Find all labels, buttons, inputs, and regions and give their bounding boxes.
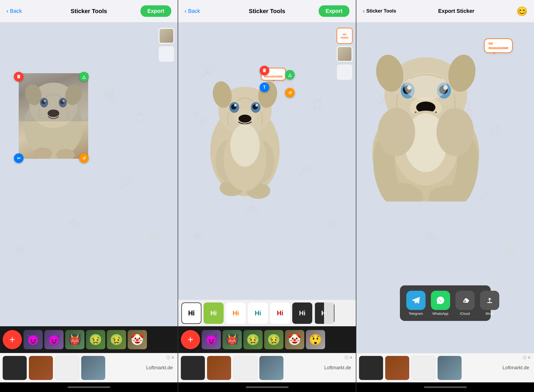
nav-right-3: 😊 bbox=[516, 6, 528, 17]
svg-point-45 bbox=[255, 104, 258, 107]
nav-bar-3: ‹ Sticker Tools Export Sticker 😊 bbox=[356, 0, 534, 22]
sticker-2-4[interactable]: 🤢 bbox=[264, 330, 283, 349]
home-bar-3 bbox=[424, 386, 467, 388]
svg-point-44 bbox=[234, 104, 237, 107]
back-label-3: Sticker Tools bbox=[366, 8, 396, 14]
thumb-dog-2[interactable] bbox=[337, 46, 353, 62]
thumb-empty-2[interactable] bbox=[337, 64, 353, 80]
share-telegram[interactable]: Telegram bbox=[406, 291, 426, 316]
svg-point-54 bbox=[230, 124, 260, 167]
whatsapp-icon bbox=[431, 291, 450, 310]
share-icloud[interactable]: iCloud bbox=[455, 291, 475, 316]
ad-thumb-2-1 bbox=[181, 356, 205, 380]
back-button-3[interactable]: ‹ Sticker Tools bbox=[363, 8, 396, 15]
thumb-empty-1[interactable] bbox=[158, 46, 174, 62]
back-label-1: Back bbox=[10, 8, 22, 14]
export-title-3: Export Sticker bbox=[438, 8, 474, 14]
svg-text:🦴: 🦴 bbox=[383, 203, 398, 218]
home-indicator-2 bbox=[178, 382, 356, 392]
home-bar-1 bbox=[68, 386, 110, 388]
canvas-area-3[interactable]: 🎾 🦴 🍕 🐾 🎵 ⭐ 🦴 🎾 🐟 🌟 bbox=[356, 22, 534, 353]
dog-image-panel1[interactable] bbox=[19, 73, 88, 159]
share-whatsapp[interactable]: WhatsApp bbox=[431, 291, 450, 316]
back-button-1[interactable]: ‹ Back bbox=[6, 8, 22, 15]
sticker-style-split[interactable]: Hi bbox=[314, 302, 334, 324]
export-button-2[interactable]: Export bbox=[319, 5, 349, 17]
ad-thumb-2-3 bbox=[233, 356, 257, 380]
sticker-style-outlined[interactable]: Hi bbox=[181, 302, 201, 324]
flip-control-2[interactable]: △ bbox=[285, 70, 295, 80]
chevron-left-icon-3: ‹ bbox=[363, 8, 365, 15]
sticker-style-orange[interactable]: Hi bbox=[226, 302, 246, 324]
sticker-1-4[interactable]: 🤢 bbox=[86, 330, 105, 349]
ad-thumb-1-1 bbox=[3, 356, 27, 380]
sticker-1-3[interactable]: 👹 bbox=[65, 330, 84, 349]
svg-text:🍖: 🍖 bbox=[192, 231, 205, 243]
sticker-2-5[interactable]: 🤡 bbox=[285, 330, 304, 349]
svg-point-48 bbox=[239, 115, 251, 123]
ad-thumb-3-3 bbox=[411, 356, 435, 380]
svg-text:🌟: 🌟 bbox=[146, 230, 161, 244]
export-button-1[interactable]: Export bbox=[141, 5, 171, 17]
ad-brand-2[interactable]: Loftmarkt.de bbox=[286, 365, 353, 371]
icloud-label: iCloud bbox=[460, 312, 470, 316]
share-more[interactable]: More bbox=[480, 291, 499, 316]
sticker-1-5[interactable]: 🤢 bbox=[107, 330, 126, 349]
sticker-selector-2: Hi Hi Hi Hi Hi Hi Hi bbox=[178, 300, 356, 326]
svg-text:🎵: 🎵 bbox=[132, 111, 146, 124]
chevron-left-icon-2: ‹ bbox=[185, 8, 186, 15]
sticker-1-2[interactable]: 😈 bbox=[44, 330, 64, 349]
delete-control-2[interactable]: 🗑 bbox=[260, 66, 269, 75]
sticker-style-red[interactable]: Hi bbox=[270, 302, 290, 324]
svg-text:🌟: 🌟 bbox=[324, 216, 339, 231]
add-sticker-button-2[interactable]: + bbox=[181, 330, 200, 349]
sticker-2-6[interactable]: 😲 bbox=[306, 330, 325, 349]
sticker-style-dark[interactable]: Hi bbox=[292, 302, 312, 324]
ad-thumb-2-2 bbox=[207, 356, 231, 380]
sticker-2-3[interactable]: 🤢 bbox=[243, 330, 263, 349]
thumb-dog-1[interactable] bbox=[158, 28, 174, 44]
info-icon-1[interactable]: ⓘ ✕ bbox=[166, 355, 174, 360]
chevron-left-icon: ‹ bbox=[6, 8, 8, 15]
nav-emoji-3[interactable]: 😊 bbox=[516, 6, 528, 17]
sticker-2-2[interactable]: 👹 bbox=[223, 330, 242, 349]
dog-svg-large-3 bbox=[359, 36, 493, 201]
dog-sticker-cutout-2[interactable] bbox=[205, 65, 285, 199]
nav-title-1: Sticker Tools bbox=[71, 8, 107, 15]
sticker-1-6[interactable]: 🤡 bbox=[128, 330, 147, 349]
svg-text:🎵: 🎵 bbox=[311, 98, 324, 111]
dog-svg-cutout-2 bbox=[205, 65, 285, 199]
dog-svg-1 bbox=[19, 73, 88, 159]
text-control-2[interactable]: T bbox=[260, 83, 269, 92]
sticker-1-1[interactable]: 😈 bbox=[24, 330, 43, 349]
delete-control-1[interactable]: 🗑 bbox=[14, 72, 24, 81]
rotate-control-1[interactable]: ↺ bbox=[79, 153, 89, 163]
more-label: More bbox=[486, 312, 494, 316]
panel-2: ‹ Back Sticker Tools Export 🎾 🦴 🍕 🐾 🎵 ⭐ … bbox=[178, 0, 356, 392]
share-panel-3: Telegram WhatsApp bbox=[400, 285, 491, 321]
emoji-row-2: + 😈 👹 🤢 🤢 🤡 😲 bbox=[178, 326, 356, 353]
info-icon-3[interactable]: ⓘ ✕ bbox=[523, 355, 531, 360]
sticker-style-teal[interactable]: Hi bbox=[248, 302, 268, 324]
ad-brand-1[interactable]: Loftmarkt.de bbox=[107, 365, 175, 371]
icloud-icon bbox=[455, 291, 475, 310]
ad-thumb-3-2 bbox=[385, 356, 409, 380]
dog-sticker-large-3 bbox=[359, 36, 493, 201]
telegram-icon bbox=[406, 291, 426, 310]
thumb-bubble-2[interactable]: нонuuu bbox=[337, 28, 353, 44]
sticker-style-green[interactable]: Hi bbox=[204, 302, 224, 324]
canvas-area-1[interactable]: 🎾 🦴 🍕 🐾 🎵 ⭐ 🦴 🎾 🐟 🍖 🌟 bbox=[0, 22, 178, 326]
ad-brand-3[interactable]: Loftmarkt.de bbox=[464, 365, 531, 371]
back-button-2[interactable]: ‹ Back bbox=[185, 8, 200, 15]
rotate-control-2[interactable]: ↺ bbox=[285, 88, 295, 98]
speech-bubble-panel3: но нuuuuuoке bbox=[484, 38, 513, 53]
svg-rect-24 bbox=[19, 73, 88, 121]
ad-thumb-1-3 bbox=[55, 356, 79, 380]
sticker-2-1[interactable]: 😈 bbox=[202, 330, 221, 349]
thumb-dog-img-1 bbox=[159, 29, 173, 43]
cut-control-1[interactable]: ✂ bbox=[14, 153, 24, 163]
flip-control-1[interactable]: △ bbox=[79, 72, 89, 81]
add-sticker-button-1[interactable]: + bbox=[3, 330, 22, 349]
info-icon-2[interactable]: ⓘ ✕ bbox=[345, 355, 353, 360]
canvas-area-2[interactable]: 🎾 🦴 🍕 🐾 🎵 ⭐ 🦴 🎾 🐟 🍖 🌟 нонuuu bbox=[178, 22, 356, 300]
